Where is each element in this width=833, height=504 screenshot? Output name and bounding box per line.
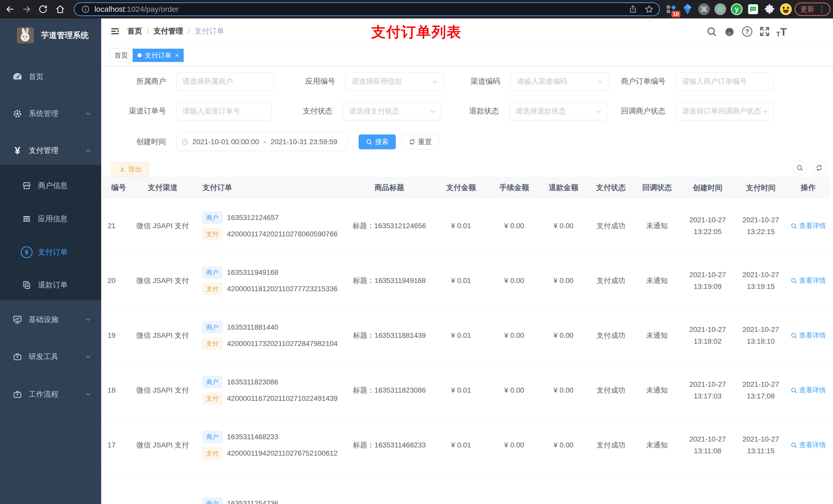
extensions-menu-button[interactable] xyxy=(763,3,776,15)
col-header-title: 商品标题 xyxy=(346,183,433,193)
breadcrumb-payment[interactable]: 支付管理 xyxy=(153,26,183,37)
extension-tampermonkey-icon[interactable]: 10 xyxy=(665,3,677,15)
yen-circle-icon: ¥ xyxy=(19,246,35,258)
table-grid-icon xyxy=(19,214,35,224)
col-header-status: 支付状态 xyxy=(588,183,634,193)
sidebar-item-home[interactable]: 首页 xyxy=(0,63,101,91)
date-range-picker[interactable]: 2021-10-01 00:00:00 - 2021-10-31 23:59:5… xyxy=(176,133,347,151)
top-navbar: 首页 / 支付管理 / 支付订单 ? TT xyxy=(101,19,833,44)
refresh-icon xyxy=(409,139,415,145)
sidebar-collapse-button[interactable] xyxy=(110,26,120,36)
breadcrumb-separator: / xyxy=(188,27,190,35)
cell-channel: 微信 JSAPI 支付 xyxy=(130,276,195,286)
github-link-button[interactable] xyxy=(723,26,735,38)
channel-order-no-input[interactable] xyxy=(176,102,272,120)
extension-gem-icon[interactable] xyxy=(681,3,694,15)
sidebar-item-app-info[interactable]: 应用信息 xyxy=(0,205,101,233)
header-search-button[interactable] xyxy=(706,26,717,38)
cell-status: 支付成功 xyxy=(588,331,634,340)
browser-back-button[interactable] xyxy=(3,2,17,16)
cell-fee: ¥ 0.00 xyxy=(489,331,539,340)
table-row: 21 微信 JSAPI 支付 商户1635312124657 支付4200001… xyxy=(102,198,830,253)
sidebar-item-refund-order[interactable]: 退款订单 xyxy=(0,271,101,299)
address-bar[interactable]: localhost:1024/pay/order xyxy=(74,2,660,16)
merchant-order-no-input[interactable] xyxy=(676,72,774,91)
tags-view-bar: 首页 支付订单 × xyxy=(101,44,833,66)
pay-order-no: 4200001167202110271022491439 xyxy=(227,394,338,403)
cell-title: 标题：1635311468233 xyxy=(346,440,433,450)
merchant-tag: 商户 xyxy=(203,212,222,223)
fullscreen-icon xyxy=(759,26,770,37)
app-filter-select[interactable] xyxy=(345,72,444,91)
cell-title: 标题：1635312124656 xyxy=(346,221,433,231)
pay-order-no: 4200001194202110276752100612 xyxy=(227,449,338,457)
fullscreen-button[interactable] xyxy=(759,26,770,38)
search-icon xyxy=(796,164,803,171)
pay-status-select[interactable] xyxy=(343,102,441,120)
view-detail-link[interactable]: 查看详情 xyxy=(790,221,826,230)
browser-forward-button[interactable] xyxy=(20,2,34,16)
col-header-channel: 支付渠道 xyxy=(130,183,195,193)
extension-status-icon[interactable] xyxy=(714,3,727,15)
hide-search-button[interactable] xyxy=(792,161,807,175)
filter-merchant: 所属商户 xyxy=(100,72,273,91)
toolbox-icon xyxy=(9,352,26,362)
filter-label: 渠道编码 xyxy=(433,76,500,87)
merchant-filter-input[interactable] xyxy=(176,72,273,91)
notify-status-select[interactable] xyxy=(676,102,774,120)
dashboard-icon xyxy=(9,71,26,82)
refresh-list-button[interactable] xyxy=(812,161,826,175)
bookmark-star-icon[interactable] xyxy=(644,4,654,14)
cell-amount: ¥ 0.01 xyxy=(433,331,489,340)
view-detail-link[interactable]: 查看详情 xyxy=(790,440,826,450)
extension-shortcuts-icon[interactable]: ⌘ xyxy=(698,3,710,15)
cell-created-time: 2021-10-2713:17:03 xyxy=(680,379,735,402)
sidebar-item-workflow[interactable]: 工作流程 xyxy=(0,380,101,409)
search-button[interactable]: 搜索 xyxy=(359,135,396,149)
filter-label: 创建时间 xyxy=(100,137,166,147)
breadcrumb-home[interactable]: 首页 xyxy=(127,26,142,37)
sidebar-item-dev-tools[interactable]: 研发工具 xyxy=(0,342,101,371)
export-button[interactable]: 导出 xyxy=(112,162,149,176)
cell-order-numbers: 商户1635311949168 支付4200001181202110277723… xyxy=(195,267,346,295)
extension-y-icon[interactable]: y xyxy=(731,3,743,15)
cell-order-numbers: 商户1635311881440 支付4200001173202110272847… xyxy=(195,321,346,350)
sidebar-item-infrastructure[interactable]: 基础设施 xyxy=(0,305,101,334)
cell-fee: ¥ 0.00 xyxy=(489,222,539,230)
tag-home[interactable]: 首页 xyxy=(110,49,133,62)
merchant-tag: 商户 xyxy=(203,321,222,333)
cell-paid-time: 2021-10-2713:19:15 xyxy=(735,269,786,292)
share-icon[interactable] xyxy=(628,5,638,14)
browser-home-button[interactable] xyxy=(53,2,67,16)
reset-button[interactable]: 重置 xyxy=(402,135,439,149)
sidebar-item-system[interactable]: 系统管理 xyxy=(0,99,101,128)
browser-toolbar: localhost:1024/pay/order 10 ⌘ y 更新 xyxy=(0,0,833,19)
sidebar-item-pay-order[interactable]: ¥ 支付订单 xyxy=(0,238,101,267)
cell-order-numbers: 商户1635311468233 支付4200001194202110276752… xyxy=(195,431,346,459)
cell-refund: ¥ 0.00 xyxy=(539,386,588,394)
pay-order-no: 4200001173202110272847982104 xyxy=(227,340,338,348)
col-header-created: 创建时间 xyxy=(680,182,735,194)
close-icon[interactable]: × xyxy=(175,51,179,59)
sidebar-logo[interactable]: 芋道管理系统 xyxy=(0,22,101,49)
sidebar-item-payment[interactable]: ¥ 支付管理 xyxy=(0,136,101,165)
view-detail-link[interactable]: 查看详情 xyxy=(790,331,826,340)
browser-menu-icon[interactable]: ⋮ xyxy=(818,5,826,14)
col-header-action: 操作 xyxy=(786,183,830,193)
download-icon xyxy=(119,166,125,173)
pay-tag: 支付 xyxy=(203,448,222,459)
help-doc-button[interactable]: ? xyxy=(741,26,753,38)
filter-label: 退款状态 xyxy=(433,106,499,116)
cell-refund: ¥ 0.00 xyxy=(539,222,588,230)
view-detail-link[interactable]: 查看详情 xyxy=(790,386,826,394)
font-size-button[interactable]: TT xyxy=(776,26,787,38)
view-detail-link[interactable]: 查看详情 xyxy=(790,276,826,285)
cell-paid-time: 2021-10-2713:18:10 xyxy=(735,324,786,347)
browser-reload-button[interactable] xyxy=(36,2,50,16)
profile-avatar-icon[interactable] xyxy=(780,3,792,15)
extension-chat-icon[interactable] xyxy=(747,3,759,15)
chevron-down-icon xyxy=(85,391,91,398)
sidebar-item-merchant-info[interactable]: 商户信息 xyxy=(0,171,101,200)
browser-update-button[interactable]: 更新 ⋮ xyxy=(794,3,830,16)
tag-pay-order[interactable]: 支付订单 × xyxy=(133,49,184,62)
